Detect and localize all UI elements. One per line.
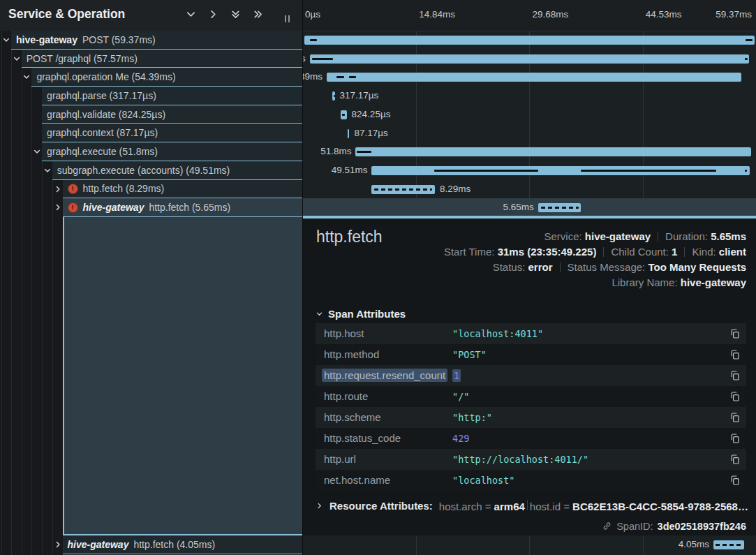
attribute-value: 429 — [452, 433, 469, 444]
span-overview: Service: hive-gatewayDuration: 5.65msSta… — [444, 229, 746, 290]
attribute-key: http.status_code — [324, 432, 401, 444]
tree-row-label[interactable]: !hive-gatewayhttp.fetch (5.65ms) — [63, 198, 304, 217]
resource-attributes-title: Resource Attributes: — [329, 500, 433, 512]
trace-viewer: 0µs14.84ms29.68ms44.53ms59.37ms 57.57ms5… — [0, 0, 756, 555]
span-id-row: SpanID: 3de02518937fb246 — [602, 521, 746, 532]
span-attributes-header[interactable]: Span Attributes — [316, 308, 406, 320]
tree-row-label[interactable]: graphql.parse (317.17µs) — [42, 87, 303, 105]
link-icon[interactable] — [602, 521, 612, 531]
span-name-duration: POST /graphql (57.57ms) — [27, 53, 138, 64]
attribute-value: "localhost:4011" — [452, 328, 543, 339]
span-name-duration: graphql.validate (824.25µs) — [47, 109, 165, 120]
chevron-down-icon[interactable] — [43, 166, 52, 175]
resource-attributes-row[interactable]: Resource Attributes: host.arch = arm64ho… — [316, 500, 748, 512]
overview-line: Start Time: 31ms (23:35:49.225)Child Cou… — [444, 244, 746, 260]
span-name-duration: http.fetch (5.65ms) — [149, 202, 230, 213]
resource-attributes-items: host.arch = arm64host.id = BC62E13B-C4CC… — [439, 500, 748, 512]
divider — [684, 247, 685, 257]
tree-row-label[interactable]: graphql.operation Me (54.39ms) — [31, 68, 303, 87]
error-icon: ! — [68, 184, 78, 194]
span-bar[interactable] — [310, 54, 749, 64]
tree-row-label[interactable]: POST /graphql (57.57ms) — [22, 50, 303, 68]
span-id-value: 3de02518937fb246 — [658, 521, 746, 532]
tree-row-label[interactable]: subgraph.execute (accounts) (49.51ms) — [52, 161, 303, 180]
chevron-down-icon[interactable] — [186, 9, 196, 20]
tree-row-label[interactable]: hive-gatewayPOST (59.37ms) — [11, 31, 303, 50]
span-name-duration: graphql.operation Me (54.39ms) — [36, 71, 175, 82]
span-detail-title: http.fetch — [316, 228, 383, 246]
panel-resize-handle[interactable] — [285, 15, 290, 22]
service-name: hive-gateway — [83, 202, 144, 213]
child-span-marker — [745, 170, 747, 172]
copy-icon[interactable] — [729, 328, 741, 339]
span-detail-panel: http.fetch Service: hive-gatewayDuration… — [303, 217, 756, 536]
copy-icon[interactable] — [729, 370, 741, 381]
chevron-right-icon[interactable] — [54, 203, 62, 212]
attribute-key: http.method — [324, 348, 379, 360]
tree-row-label[interactable]: hive-gatewayhttp.fetch (4.05ms) — [63, 535, 304, 554]
chevron-right-icon[interactable] — [54, 540, 62, 549]
waterfall-row: 54.39ms — [303, 68, 756, 87]
overview-value: 31ms (23:35:49.225) — [498, 246, 597, 258]
tree-row-label[interactable]: graphql.context (87.17µs) — [42, 124, 303, 143]
span-name-duration: graphql.context (87.17µs) — [47, 127, 158, 138]
double-chevron-down-icon[interactable] — [230, 9, 241, 20]
resource-attribute-value: arm64 — [494, 501, 525, 512]
tree-row: graphql.context (87.17µs) — [0, 124, 303, 143]
span-bar[interactable] — [348, 129, 350, 138]
copy-icon[interactable] — [729, 433, 741, 444]
copy-icon[interactable] — [729, 349, 741, 360]
attribute-key: http.url — [324, 453, 356, 465]
span-bar[interactable] — [355, 147, 750, 156]
overview-key: Kind: — [692, 246, 718, 258]
child-span-marker — [434, 170, 538, 172]
chevron-right-icon[interactable] — [208, 9, 218, 20]
span-bar[interactable] — [327, 73, 742, 82]
span-name-duration: subgraph.execute (accounts) (49.51ms) — [57, 165, 230, 176]
resource-attribute-value: BC62E13B-C4CC-5854-9788-2568… — [572, 501, 748, 512]
waterfall-row: 5.65ms — [303, 198, 756, 217]
attribute-key: http.scheme — [324, 411, 381, 423]
overview-value: hive-gateway — [585, 230, 651, 242]
tree-row: graphql.execute (51.8ms) — [0, 142, 303, 161]
copy-icon[interactable] — [729, 454, 741, 465]
copy-icon[interactable] — [729, 475, 741, 486]
double-chevron-right-icon[interactable] — [253, 9, 263, 20]
span-name-duration: POST (59.37ms) — [82, 34, 156, 45]
tree-row-label[interactable]: graphql.validate (824.25µs) — [42, 105, 303, 124]
overview-value: 5.65ms — [711, 230, 746, 242]
copy-icon[interactable] — [729, 412, 741, 423]
timeline-tick-label: 59.37ms — [716, 9, 752, 20]
span-attributes-title: Span Attributes — [328, 308, 406, 320]
chevron-down-icon[interactable] — [33, 147, 41, 156]
span-bar[interactable] — [304, 36, 755, 45]
tree-row: graphql.parse (317.17µs) — [0, 87, 303, 105]
timeline-tick-label: 44.53ms — [646, 9, 682, 20]
copy-icon[interactable] — [729, 391, 741, 402]
tree-row-label[interactable]: graphql.execute (51.8ms) — [42, 142, 303, 161]
service-name: hive-gateway — [68, 539, 129, 550]
waterfall-duration-label: 87.17µs — [354, 124, 387, 143]
tree-row: !hive-gatewayhttp.fetch (5.65ms) — [0, 198, 303, 217]
attribute-value: "/" — [452, 391, 469, 402]
chevron-down-icon — [316, 310, 323, 318]
chevron-down-icon[interactable] — [2, 36, 10, 44]
overview-key: Status: — [493, 261, 528, 273]
waterfall-row: 87.17µs — [303, 124, 756, 143]
child-span-marker — [746, 39, 753, 41]
tree-row: graphql.operation Me (54.39ms) — [0, 68, 303, 87]
attribute-value: "http://localhost:4011/" — [452, 454, 588, 465]
resource-attribute-key: host.id = — [530, 501, 572, 512]
attribute-row: http.status_code429 — [316, 428, 746, 449]
tree-row: !http.fetch (8.29ms) — [0, 180, 303, 199]
overview-key: Duration: — [665, 230, 711, 242]
attribute-row: http.route"/" — [316, 386, 746, 407]
attribute-key: http.request.resend_count — [322, 369, 447, 382]
tree-row-label[interactable]: !http.fetch (8.29ms) — [63, 180, 304, 199]
chevron-down-icon[interactable] — [13, 54, 21, 63]
chevron-right-icon[interactable] — [54, 185, 62, 193]
overview-value: hive-gateway — [681, 276, 746, 288]
attribute-key: http.host — [324, 327, 364, 339]
chevron-down-icon[interactable] — [22, 73, 31, 81]
waterfall-duration-label: 8.29ms — [440, 180, 470, 199]
